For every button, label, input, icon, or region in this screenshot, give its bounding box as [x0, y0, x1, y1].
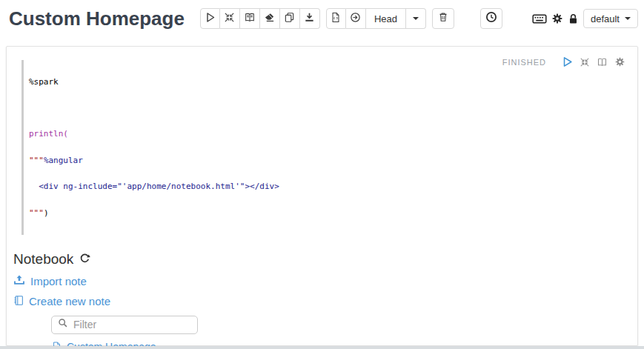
- code-line: """%angular: [29, 156, 467, 165]
- export-note-button[interactable]: [300, 8, 320, 29]
- paragraph-status: FINISHED: [502, 58, 546, 67]
- create-note-link[interactable]: Create new note: [13, 295, 110, 308]
- refresh-notes-button[interactable]: [79, 253, 90, 266]
- code-line: [29, 104, 467, 113]
- caret-down-icon: [413, 17, 419, 20]
- toggle-code-button[interactable]: [220, 8, 240, 29]
- note-filter: [51, 316, 198, 334]
- code-line: println(: [29, 130, 467, 139]
- code-line: %spark: [29, 78, 467, 87]
- code-line: <div ng-include="'app/home/notebook.html…: [29, 182, 467, 191]
- collapse-code-icon: [224, 12, 235, 26]
- paragraph-run-button[interactable]: [562, 56, 573, 67]
- code-line: """): [29, 209, 467, 218]
- version-control-icon: [331, 12, 341, 26]
- run-all-icon: [205, 12, 216, 26]
- paragraph-card: FINISHED %spark println( """%angular <di…: [6, 46, 638, 346]
- interpreter-binding-dropdown[interactable]: default: [583, 9, 638, 28]
- shortcuts-icon[interactable]: [532, 13, 547, 24]
- paragraph-settings-button[interactable]: [614, 56, 625, 67]
- clear-output-icon: [264, 12, 275, 26]
- export-note-icon: [304, 12, 315, 26]
- toggle-output-button[interactable]: [240, 8, 260, 29]
- interpreter-settings-icon[interactable]: [551, 13, 563, 24]
- create-note-icon: [13, 295, 24, 308]
- version-control-button[interactable]: [326, 8, 346, 29]
- revision-head-button[interactable]: Head: [366, 8, 406, 29]
- caret-down-icon: [625, 17, 631, 20]
- set-revision-button[interactable]: [346, 8, 366, 29]
- notebook-heading: Notebook: [13, 251, 637, 267]
- paragraph-controls: FINISHED: [502, 56, 625, 67]
- revision-dropdown-button[interactable]: [406, 8, 426, 29]
- revision-label: Head: [370, 13, 402, 24]
- note-header: Custom Homepage Head: [0, 0, 644, 37]
- clone-note-button[interactable]: [280, 8, 300, 29]
- filter-input[interactable]: [72, 318, 191, 331]
- clear-output-button[interactable]: [260, 8, 280, 29]
- paragraph-output-button[interactable]: [597, 57, 608, 67]
- header-right-cluster: default: [532, 9, 638, 28]
- page-background-strip: [0, 346, 644, 349]
- permissions-icon[interactable]: [568, 13, 579, 24]
- import-note-link[interactable]: Import note: [13, 274, 87, 288]
- home-section: Notebook Import note Create new note Cus…: [13, 251, 637, 349]
- run-all-button[interactable]: [200, 8, 220, 29]
- import-icon: [13, 274, 25, 288]
- interpreter-label: default: [591, 13, 620, 24]
- code-editor[interactable]: %spark println( """%angular <div ng-incl…: [21, 60, 467, 235]
- note-actions-group: [200, 8, 320, 29]
- scheduler-icon: [485, 11, 497, 26]
- delete-note-icon: [438, 11, 448, 26]
- clone-note-icon: [284, 12, 295, 26]
- paragraph-collapse-button[interactable]: [580, 57, 590, 67]
- show-output-icon: [244, 12, 256, 26]
- search-icon: [58, 318, 68, 331]
- revision-group: Head: [326, 8, 426, 29]
- scheduler-button[interactable]: [480, 8, 502, 29]
- refresh-icon: [79, 253, 90, 266]
- delete-note-button[interactable]: [432, 8, 454, 29]
- set-revision-icon: [350, 12, 361, 26]
- note-title[interactable]: Custom Homepage: [9, 7, 185, 30]
